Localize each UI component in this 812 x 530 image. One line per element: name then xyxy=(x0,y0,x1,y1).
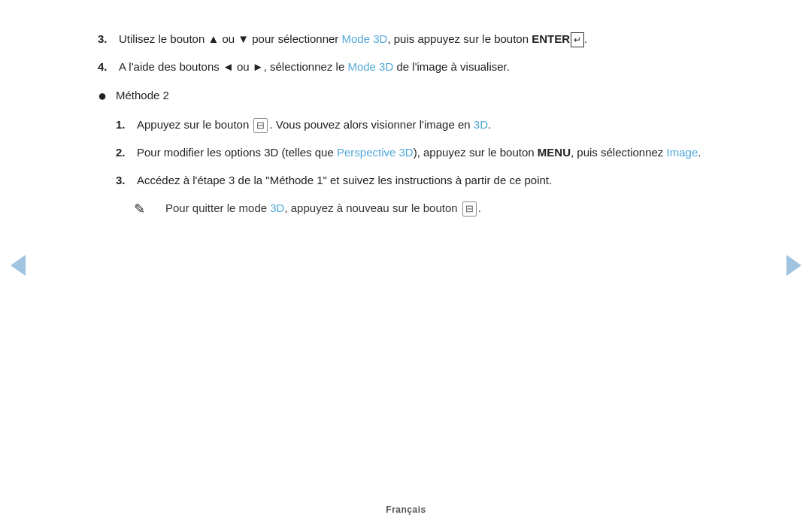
step-2-section2: 2. Pour modifier les options 3D (telles … xyxy=(116,144,714,161)
bullet-dot: ● xyxy=(98,84,116,107)
methode2-section: ● Méthode 2 1. Appuyez sur le bouton ⊟. … xyxy=(98,86,714,221)
enter-icon: ↵ xyxy=(571,32,584,48)
step-4-section1: 4. A l'aide des boutons ◄ ou ►, sélectio… xyxy=(98,58,714,75)
methode2-header: ● Méthode 2 xyxy=(98,86,714,107)
sub-items: 1. Appuyez sur le bouton ⊟. Vous pouvez … xyxy=(116,116,714,221)
methode2-label: Méthode 2 xyxy=(116,86,169,104)
3d-highlight: 3D xyxy=(474,118,488,131)
step-text: A l'aide des boutons ◄ ou ►, sélectionne… xyxy=(119,58,714,75)
enter-label: ENTER xyxy=(532,32,570,45)
nav-arrow-left[interactable] xyxy=(8,250,29,280)
image-highlight: Image xyxy=(667,146,698,159)
step-text: Appuyez sur le bouton ⊟. Vous pouvez alo… xyxy=(137,116,714,133)
note-text: Pour quitter le mode 3D, appuyez à nouve… xyxy=(165,199,714,217)
perspective-3d-highlight: Perspective 3D xyxy=(337,146,414,159)
step-number: 2. xyxy=(116,144,137,161)
right-arrow-icon xyxy=(786,255,801,276)
menu-label: MENU xyxy=(538,146,571,159)
step-text: Pour modifier les options 3D (telles que… xyxy=(137,144,714,161)
3d-button-icon: ⊟ xyxy=(253,118,268,133)
3d-button-icon: ⊟ xyxy=(462,201,477,217)
nav-arrow-right[interactable] xyxy=(783,250,804,280)
content-area: 3. Utilisez le bouton ▲ ou ▼ pour sélect… xyxy=(98,30,714,228)
step-1-section2: 1. Appuyez sur le bouton ⊟. Vous pouvez … xyxy=(116,116,714,133)
step-text: Utilisez le bouton ▲ ou ▼ pour sélection… xyxy=(119,30,714,47)
3d-highlight: 3D xyxy=(270,201,284,214)
step-number: 4. xyxy=(98,58,119,75)
step-text: Accédez à l'étape 3 de la "Méthode 1" et… xyxy=(137,171,714,189)
mode-3d-highlight: Mode 3D xyxy=(347,60,393,73)
mode-3d-highlight: Mode 3D xyxy=(342,32,388,45)
left-arrow-icon xyxy=(11,255,26,276)
note-item: ✎ Pour quitter le mode 3D, appuyez à nou… xyxy=(134,199,714,220)
step-number: 1. xyxy=(116,116,137,133)
note-icon: ✎ xyxy=(134,199,161,220)
step-number: 3. xyxy=(116,171,137,189)
language-label: Français xyxy=(386,504,426,515)
footer: Français xyxy=(0,504,812,515)
step-number: 3. xyxy=(98,30,119,47)
page-container: 3. Utilisez le bouton ▲ ou ▼ pour sélect… xyxy=(0,0,812,530)
step-3-section1: 3. Utilisez le bouton ▲ ou ▼ pour sélect… xyxy=(98,30,714,47)
step-3-section2: 3. Accédez à l'étape 3 de la "Méthode 1"… xyxy=(116,171,714,189)
